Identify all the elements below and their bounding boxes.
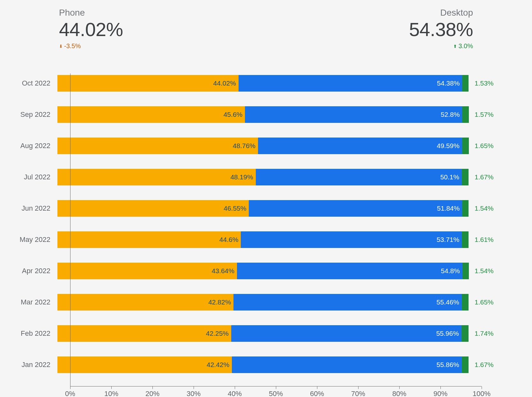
tablet-value-label: 1.57% (469, 111, 507, 118)
x-tick-label: 100% (473, 390, 491, 397)
bar-segment-phone: 48.76% (57, 138, 258, 154)
bar-segment-desktop: 50.1% (256, 169, 462, 185)
stat-phone-label: Phone (59, 8, 123, 18)
bar-segment-phone: 43.64% (57, 263, 237, 279)
arrow-up-icon: ⬆ (453, 44, 457, 49)
bar-segment-tablet (462, 106, 469, 123)
tablet-value-label: 1.65% (469, 142, 507, 150)
stat-desktop-delta: ⬆ 3.0% (409, 42, 473, 50)
bar-segment-tablet (462, 138, 469, 154)
x-tick-label: 70% (351, 390, 365, 397)
bar-segment-label: 46.55% (224, 205, 246, 212)
stacked-bar: 44.6%53.71% (57, 231, 469, 248)
bar-row: Apr 202243.64%54.8%1.54% (13, 261, 517, 281)
bar-row: May 202244.6%53.71%1.61% (13, 230, 517, 250)
bar-segment-label: 55.46% (437, 298, 459, 306)
bar-segment-phone: 45.6% (57, 106, 245, 123)
stacked-bar: 42.42%55.86% (57, 356, 469, 373)
arrow-down-icon: ⬇ (59, 44, 63, 49)
stacked-bar: 42.25%55.96% (57, 325, 469, 342)
bar-segment-label: 55.86% (437, 361, 459, 369)
stacked-bar: 46.55%51.84% (57, 200, 469, 217)
bar-segment-desktop: 52.8% (245, 106, 462, 123)
bar-segment-tablet (462, 75, 469, 92)
bar-segment-desktop: 54.38% (239, 75, 462, 92)
x-tick-label: 60% (310, 390, 324, 397)
x-tick-label: 40% (228, 390, 242, 397)
bar-segment-label: 45.6% (224, 111, 243, 118)
bar-segment-desktop: 55.96% (231, 325, 462, 342)
y-category-label: Apr 2022 (13, 267, 57, 275)
bar-segment-tablet (462, 263, 469, 279)
bar-segment-desktop: 49.59% (258, 138, 462, 154)
bar-segment-tablet (462, 325, 469, 342)
bar-row: Jan 202242.42%55.86%1.67% (13, 355, 517, 375)
stacked-bar: 44.02%54.38% (57, 75, 469, 92)
bar-row: Feb 202242.25%55.96%1.74% (13, 324, 517, 343)
x-tick-label: 0% (65, 390, 75, 397)
x-tick-label: 20% (145, 390, 159, 397)
x-tick-label: 10% (104, 390, 118, 397)
bar-segment-label: 55.96% (436, 330, 459, 337)
bar-segment-label: 44.6% (219, 236, 239, 243)
bar-segment-phone: 44.6% (57, 231, 241, 248)
summary-header: Phone 44.02% ⬇ -3.5% Desktop 54.38% ⬆ 3.… (0, 0, 532, 50)
bar-segment-tablet (462, 169, 469, 185)
bar-row: Sep 202245.6%52.8%1.57% (13, 105, 517, 124)
bar-segment-desktop: 51.84% (249, 200, 462, 217)
y-category-label: May 2022 (13, 236, 57, 244)
stat-desktop-value: 54.38% (409, 19, 473, 41)
x-axis: 0%10%20%30%40%50%60%70%80%90%100% (70, 386, 482, 386)
bar-segment-tablet (462, 200, 469, 217)
y-category-label: Jun 2022 (13, 204, 57, 213)
bar-segment-desktop: 55.46% (233, 294, 462, 311)
y-category-label: Sep 2022 (13, 110, 57, 119)
bar-segment-phone: 44.02% (57, 75, 239, 92)
bar-segment-label: 52.8% (441, 111, 460, 118)
tablet-value-label: 1.54% (469, 267, 507, 275)
bar-segment-label: 50.1% (440, 173, 459, 181)
y-category-label: Jul 2022 (13, 173, 57, 181)
stat-phone-delta: ⬇ -3.5% (59, 42, 123, 50)
bar-segment-desktop: 54.8% (237, 263, 462, 279)
tablet-value-label: 1.54% (469, 205, 507, 212)
y-category-label: Aug 2022 (13, 142, 57, 150)
stat-desktop-label: Desktop (409, 8, 473, 18)
bar-segment-label: 54.8% (441, 267, 460, 275)
bar-row: Jun 202246.55%51.84%1.54% (13, 198, 517, 218)
stacked-bar: 43.64%54.8% (57, 263, 469, 279)
bar-row: Oct 202244.02%54.38%1.53% (13, 73, 517, 93)
stat-desktop-delta-value: 3.0% (458, 42, 473, 50)
bar-segment-label: 43.64% (212, 267, 234, 275)
bar-segment-phone: 48.19% (57, 169, 256, 185)
bar-segment-tablet (462, 231, 469, 248)
stat-phone-value: 44.02% (59, 19, 123, 41)
bar-segment-label: 54.38% (437, 79, 460, 87)
bar-segment-label: 53.71% (437, 236, 459, 243)
bar-segment-tablet (462, 294, 469, 311)
x-tick-label: 30% (187, 390, 201, 397)
tablet-value-label: 1.67% (469, 173, 507, 181)
bar-segment-label: 42.82% (208, 298, 231, 306)
y-category-label: Oct 2022 (13, 79, 57, 87)
stacked-bar: 45.6%52.8% (57, 106, 469, 123)
bar-segment-phone: 42.42% (57, 356, 232, 373)
bar-segment-label: 48.76% (233, 142, 255, 150)
bar-row: Jul 202248.19%50.1%1.67% (13, 167, 517, 187)
bar-row: Mar 202242.82%55.46%1.65% (13, 292, 517, 312)
tablet-value-label: 1.67% (469, 361, 507, 369)
y-category-label: Mar 2022 (13, 298, 57, 306)
x-tick-label: 80% (392, 390, 406, 397)
bar-segment-tablet (462, 356, 469, 373)
bar-segment-phone: 42.82% (57, 294, 233, 311)
stat-phone-delta-value: -3.5% (64, 42, 81, 50)
stat-phone: Phone 44.02% ⬇ -3.5% (59, 8, 123, 50)
bar-segment-label: 51.84% (437, 205, 460, 212)
bar-segment-label: 42.42% (207, 361, 229, 369)
bar-row: Aug 202248.76%49.59%1.65% (13, 136, 517, 156)
bar-segment-phone: 46.55% (57, 200, 249, 217)
stacked-bar-chart: Oct 202244.02%54.38%1.53%Sep 202245.6%52… (13, 73, 517, 386)
tablet-value-label: 1.61% (469, 236, 507, 243)
bar-segment-label: 49.59% (437, 142, 459, 150)
bar-segment-phone: 42.25% (57, 325, 231, 342)
